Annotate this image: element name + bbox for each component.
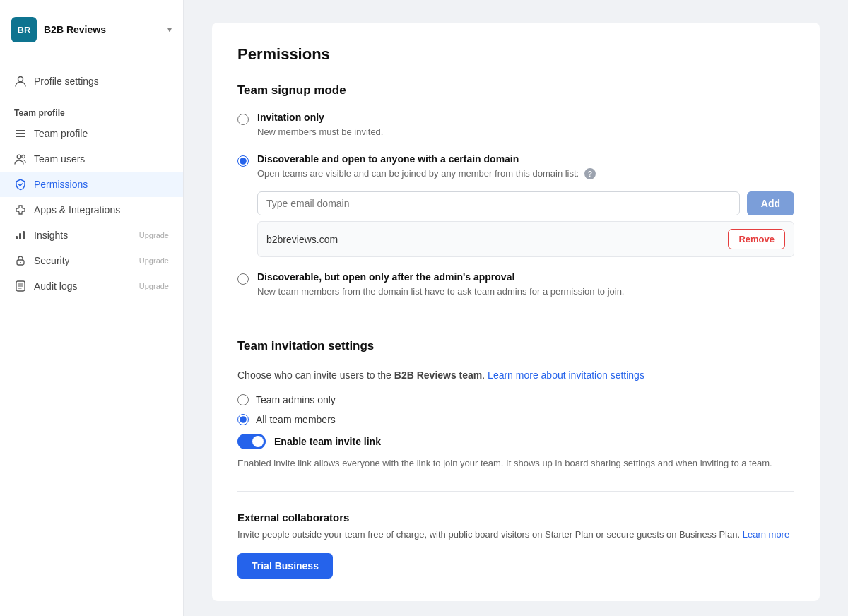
admins-only-label[interactable]: Team admins only [256, 394, 336, 405]
audit-logs-upgrade-badge: Upgrade [139, 282, 169, 290]
section-divider-1 [237, 319, 794, 319]
sidebar-item-team-profile[interactable]: Team profile [0, 121, 183, 146]
logs-icon [14, 280, 27, 292]
svg-point-10 [20, 262, 21, 263]
svg-point-5 [22, 155, 25, 158]
remove-domain-button[interactable]: Remove [728, 229, 785, 249]
all-members-label[interactable]: All team members [256, 414, 336, 425]
svg-rect-2 [16, 133, 25, 134]
radio-all-members[interactable]: All team members [237, 414, 794, 425]
external-collaborators-desc: Invite people outside your team free of … [237, 528, 794, 543]
invite-link-toggle-label: Enable team invite link [274, 436, 381, 447]
sidebar-divider [0, 57, 183, 57]
team-avatar: BR [11, 17, 37, 42]
svg-rect-1 [16, 130, 25, 131]
info-icon[interactable]: ? [584, 168, 596, 179]
page-title: Permissions [237, 45, 794, 64]
learn-more-invitation-link[interactable]: Learn more about invitation settings [488, 369, 644, 381]
svg-rect-6 [16, 236, 18, 239]
users-icon [14, 153, 27, 165]
learn-more-external-link[interactable]: Learn more [743, 529, 789, 540]
radio-discoverable-open[interactable]: Discoverable and open to anyone with a c… [237, 153, 794, 258]
radio-discoverable-approval[interactable]: Discoverable, but open only after the ad… [237, 271, 794, 299]
invite-link-toggle-row[interactable]: Enable team invite link [237, 434, 794, 449]
sidebar-item-security[interactable]: Security Upgrade [0, 248, 183, 273]
radio-discoverable-open-input[interactable] [237, 155, 249, 167]
domain-email-input[interactable] [257, 191, 740, 215]
sidebar-item-audit-logs[interactable]: Audit logs Upgrade [0, 273, 183, 299]
sidebar-item-team-users[interactable]: Team users [0, 146, 183, 172]
radio-admins-only[interactable]: Team admins only [237, 394, 794, 405]
invitation-settings-section: Team invitation settings Choose who can … [237, 339, 794, 471]
main-content: Permissions Team signup mode Invitation … [184, 0, 848, 616]
puzzle-icon [14, 203, 27, 216]
permissions-label: Permissions [34, 179, 88, 190]
sidebar-item-insights[interactable]: Insights Upgrade [0, 223, 183, 248]
security-label: Security [34, 255, 70, 266]
domain-tag: b2breviews.com [266, 234, 721, 245]
external-collaborators-section: External collaborators Invite people out… [237, 511, 794, 579]
svg-rect-8 [23, 231, 25, 239]
signup-section-title: Team signup mode [237, 83, 794, 97]
profile-settings-label: Profile settings [34, 76, 99, 87]
team-name-label: B2B Reviews [44, 24, 106, 35]
team-users-label: Team users [34, 153, 85, 165]
lock-icon [14, 254, 27, 267]
invite-link-toggle[interactable] [237, 434, 266, 449]
sidebar: BR B2B Reviews ▾ Profile settings Team p… [0, 0, 184, 616]
section-divider-2 [237, 491, 794, 492]
svg-point-4 [17, 155, 21, 159]
signup-mode-section: Team signup mode Invitation only New mem… [237, 83, 794, 299]
content-card: Permissions Team signup mode Invitation … [212, 23, 820, 601]
sidebar-header[interactable]: BR B2B Reviews ▾ [0, 17, 183, 57]
invitation-section-title: Team invitation settings [237, 339, 794, 353]
list-icon [14, 127, 27, 140]
discoverable-open-desc: Open teams are visible and can be joined… [257, 167, 794, 181]
person-icon [14, 75, 27, 88]
radio-discoverable-approval-input[interactable] [237, 273, 249, 285]
insights-label: Insights [34, 230, 68, 241]
audit-logs-label: Audit logs [34, 280, 77, 292]
discoverable-approval-label: Discoverable, but open only after the ad… [257, 271, 625, 283]
team-profile-label: Team profile [34, 128, 88, 139]
radio-all-members-input[interactable] [237, 414, 249, 425]
invite-link-toggle-desc: Enabled invite link allows everyone with… [237, 456, 794, 471]
sidebar-item-profile-settings[interactable]: Profile settings [0, 69, 183, 94]
security-upgrade-badge: Upgrade [139, 256, 169, 265]
team-profile-section-label: Team profile [0, 100, 183, 121]
invitation-only-label: Invitation only [257, 112, 383, 123]
radio-admins-only-input[interactable] [237, 394, 249, 405]
invitation-description: Choose who can invite users to the B2B R… [237, 367, 794, 383]
svg-rect-3 [16, 136, 25, 137]
invitation-only-desc: New members must be invited. [257, 125, 383, 139]
domain-input-row: Add [257, 191, 794, 215]
sidebar-item-permissions[interactable]: Permissions [0, 172, 183, 197]
chevron-down-icon: ▾ [167, 25, 172, 35]
add-domain-button[interactable]: Add [747, 191, 794, 215]
discoverable-approval-desc: New team members from the domain list ha… [257, 285, 625, 299]
chart-icon [14, 229, 27, 242]
discoverable-open-label: Discoverable and open to anyone with a c… [257, 153, 794, 165]
shield-check-icon [14, 178, 27, 191]
radio-invitation-only-input[interactable] [237, 114, 249, 125]
svg-rect-7 [19, 233, 21, 239]
domain-tag-row: b2breviews.com Remove [257, 221, 794, 257]
svg-point-0 [18, 77, 23, 82]
sidebar-item-apps-integrations[interactable]: Apps & Integrations [0, 197, 183, 223]
apps-integrations-label: Apps & Integrations [34, 204, 120, 215]
insights-upgrade-badge: Upgrade [139, 231, 169, 239]
trial-business-button[interactable]: Trial Business [237, 553, 333, 579]
radio-invitation-only[interactable]: Invitation only New members must be invi… [237, 112, 794, 139]
external-collaborators-title: External collaborators [237, 511, 794, 523]
